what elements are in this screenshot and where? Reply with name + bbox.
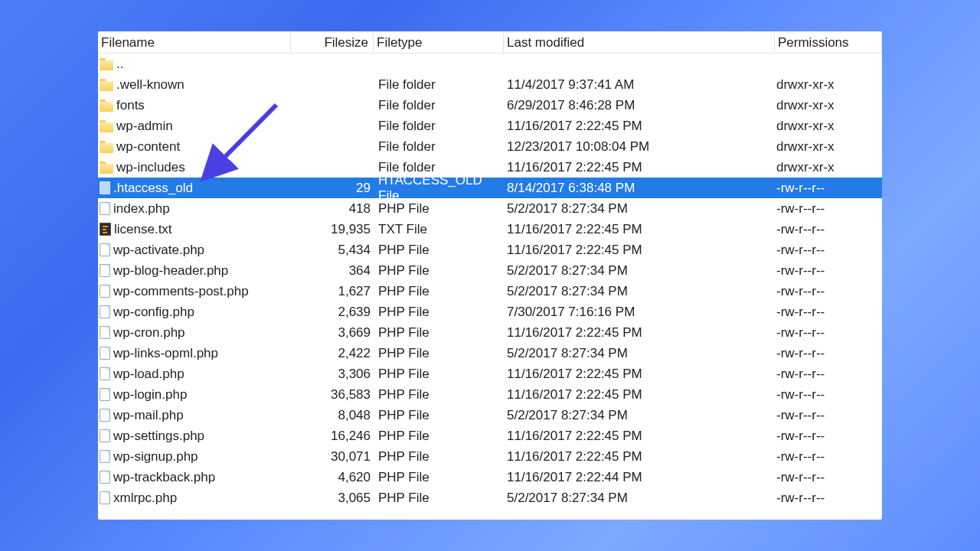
file-name: wp-settings.php [113,429,204,444]
file-type [375,54,505,74]
file-size: 3,306 [292,364,375,384]
file-type: File folder [375,95,505,116]
file-row[interactable]: wp-config.php2,639PHP File7/30/2017 7:16… [98,302,882,322]
file-size: 3,065 [292,487,375,508]
file-icon [100,471,110,484]
file-modified: 5/2/2017 8:27:34 PM [505,260,776,281]
file-name: xmlrpc.php [113,491,177,506]
file-size: 36,583 [292,384,375,405]
file-icon [100,202,110,215]
folder-icon [100,122,113,132]
file-name: wp-config.php [113,305,194,320]
file-size: 3,669 [292,322,375,343]
file-name: index.php [113,201,170,217]
file-size [292,157,375,178]
file-size [292,116,375,136]
file-modified: 11/16/2017 2:22:45 PM [505,446,776,467]
file-icon [100,409,110,422]
file-row[interactable]: license.txt19,935TXT File11/16/2017 2:22… [98,219,882,240]
file-name: wp-links-opml.php [113,346,218,361]
file-type: PHP File [375,446,505,467]
file-row[interactable]: wp-settings.php16,246PHP File11/16/2017 … [98,425,882,446]
file-size: 2,639 [292,302,375,322]
file-permissions: -rw-r--r-- [776,364,882,384]
file-permissions: -rw-r--r-- [776,302,882,322]
file-row[interactable]: wp-load.php3,306PHP File11/16/2017 2:22:… [98,364,882,384]
file-row[interactable]: wp-comments-post.php1,627PHP File5/2/201… [98,281,882,302]
file-row[interactable]: wp-links-opml.php2,422PHP File5/2/2017 8… [98,343,882,364]
folder-icon [100,143,113,153]
file-list[interactable]: ...well-knownFile folder11/4/2017 9:37:4… [98,54,882,508]
file-name: license.txt [114,222,172,237]
file-row[interactable]: fontsFile folder6/29/2017 8:46:28 PMdrwx… [98,95,882,116]
file-modified: 11/16/2017 2:22:45 PM [505,219,776,240]
file-size: 2,422 [292,343,375,364]
file-name: wp-admin [116,119,173,134]
file-modified: 5/2/2017 8:27:34 PM [505,487,776,508]
file-permissions: -rw-r--r-- [776,384,882,405]
file-row[interactable]: wp-trackback.php4,620PHP File11/16/2017 … [98,467,882,487]
file-name: fonts [116,98,145,113]
file-modified: 11/16/2017 2:22:45 PM [505,157,776,178]
file-row[interactable]: .well-knownFile folder11/4/2017 9:37:41 … [98,74,882,95]
file-size: 1,627 [292,281,375,302]
file-row[interactable]: wp-contentFile folder12/23/2017 10:08:04… [98,136,882,157]
file-name: wp-content [116,139,180,155]
file-name: wp-includes [116,160,185,175]
file-name: wp-blog-header.php [113,263,228,279]
file-modified: 11/16/2017 2:22:44 PM [505,467,776,487]
file-type: PHP File [375,198,505,219]
file-type: File folder [375,136,505,157]
file-row[interactable]: xmlrpc.php3,065PHP File5/2/2017 8:27:34 … [98,487,882,508]
file-type: PHP File [375,467,505,487]
file-permissions: -rw-r--r-- [776,343,882,364]
txt-icon [100,223,111,236]
file-icon [100,367,110,380]
file-row[interactable]: wp-activate.php5,434PHP File11/16/2017 2… [98,240,882,260]
file-permissions: -rw-r--r-- [776,178,882,198]
file-name: wp-login.php [113,387,187,403]
file-row[interactable]: wp-mail.php8,048PHP File5/2/2017 8:27:34… [98,405,882,425]
file-name: wp-cron.php [113,325,185,341]
file-icon [100,305,110,318]
file-permissions: -rw-r--r-- [776,425,882,446]
file-row[interactable]: wp-signup.php30,071PHP File11/16/2017 2:… [98,446,882,467]
file-icon [100,491,110,504]
file-size: 418 [292,198,375,219]
file-row[interactable]: .. [98,54,882,74]
file-type: File folder [375,74,505,95]
file-permissions: -rw-r--r-- [776,405,882,425]
file-permissions: -rw-r--r-- [776,281,882,302]
file-name: wp-signup.php [113,449,198,465]
file-name: .well-known [116,77,185,93]
file-permissions: -rw-r--r-- [776,446,882,467]
file-icon [100,264,110,277]
file-modified: 5/2/2017 8:27:34 PM [505,343,776,364]
file-row[interactable]: wp-cron.php3,669PHP File11/16/2017 2:22:… [98,322,882,343]
file-list-panel: Filename Filesize Filetype Last modified… [98,31,882,520]
column-header-row: Filename Filesize Filetype Last modified… [98,31,882,54]
file-type: HTACCESS_OLD File [375,178,505,198]
column-header-filename[interactable]: Filename [98,33,291,54]
file-modified: 11/4/2017 9:37:41 AM [505,74,776,95]
file-type: PHP File [375,343,505,364]
folder-icon [100,81,113,91]
file-type: TXT File [375,219,505,240]
file-modified [505,54,776,74]
file-type: PHP File [375,487,505,508]
file-modified: 11/16/2017 2:22:45 PM [505,364,776,384]
file-size: 4,620 [292,467,375,487]
file-icon [100,285,110,298]
file-row[interactable]: wp-blog-header.php364PHP File5/2/2017 8:… [98,260,882,281]
file-size: 30,071 [292,446,375,467]
file-modified: 11/16/2017 2:22:45 PM [505,425,776,446]
column-header-last-modified[interactable]: Last modified [504,33,775,54]
file-modified: 11/16/2017 2:22:45 PM [505,240,776,260]
column-header-filetype[interactable]: Filetype [374,33,504,54]
file-row[interactable]: wp-adminFile folder11/16/2017 2:22:45 PM… [98,116,882,136]
column-header-filesize[interactable]: Filesize [291,33,374,54]
file-row[interactable]: index.php418PHP File5/2/2017 8:27:34 PM-… [98,198,882,219]
file-row[interactable]: .htaccess_old29HTACCESS_OLD File8/14/201… [98,178,882,198]
file-row[interactable]: wp-login.php36,583PHP File11/16/2017 2:2… [98,384,882,405]
column-header-permissions[interactable]: Permissions [775,33,882,54]
